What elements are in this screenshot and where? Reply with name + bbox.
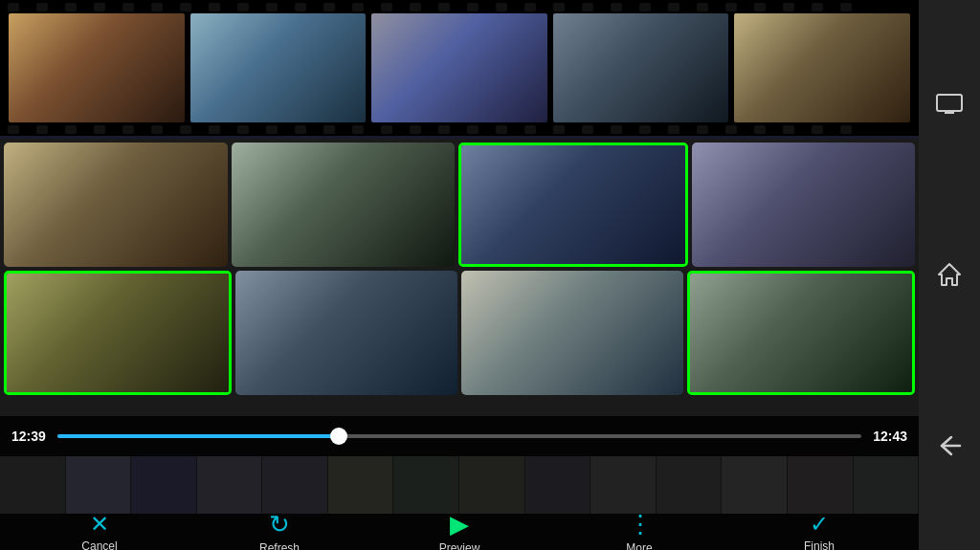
home-icon[interactable] <box>930 255 969 294</box>
scrubber-area: 12:39 12:43 <box>0 416 919 456</box>
preview-cell <box>131 456 197 514</box>
scrubber-fill <box>57 434 339 438</box>
film-hole <box>65 125 77 134</box>
film-hole <box>639 125 651 134</box>
film-hole <box>812 3 823 11</box>
film-hole <box>8 125 19 134</box>
film-hole <box>151 125 163 134</box>
preview-cell <box>328 456 394 514</box>
film-hole <box>209 125 220 134</box>
cancel-icon: ✕ <box>90 511 109 538</box>
film-hole <box>209 3 220 11</box>
film-hole <box>496 3 507 11</box>
film-hole <box>697 3 708 11</box>
film-hole <box>697 125 708 134</box>
cancel-button[interactable]: ✕ Cancel <box>66 511 133 550</box>
film-hole <box>812 125 823 134</box>
thumbnail-grid-row2 <box>0 269 919 397</box>
thumbnail-item-selected[interactable] <box>687 271 915 395</box>
more-button[interactable]: ⋮ More <box>606 510 673 551</box>
preview-cell <box>66 456 132 514</box>
main-content: 12:39 12:43 <box>0 0 919 550</box>
film-hole <box>668 125 679 134</box>
film-holes-top <box>0 0 919 13</box>
film-hole <box>611 125 622 134</box>
film-hole <box>553 3 565 11</box>
preview-cell <box>197 456 263 514</box>
film-hole <box>754 3 766 11</box>
time-end: 12:43 <box>871 429 907 444</box>
film-hole <box>352 3 364 11</box>
refresh-label: Refresh <box>259 541 300 551</box>
film-hole <box>122 125 134 134</box>
film-hole <box>295 125 306 134</box>
film-hole <box>582 3 593 11</box>
filmstrip-cells <box>0 0 919 136</box>
film-hole <box>410 3 421 11</box>
preview-cell <box>393 456 459 514</box>
film-hole <box>237 125 249 134</box>
film-hole <box>323 3 335 11</box>
film-hole <box>151 3 163 11</box>
finish-label: Finish <box>804 539 835 550</box>
finish-icon: ✓ <box>810 511 829 538</box>
time-start: 12:39 <box>11 429 48 444</box>
thumbnail-grid-row1 <box>0 139 919 269</box>
cancel-label: Cancel <box>81 539 117 550</box>
thumbnail-item[interactable] <box>232 143 456 267</box>
preview-cell <box>657 456 723 514</box>
film-hole <box>438 125 450 134</box>
film-hole <box>94 125 105 134</box>
film-cell[interactable] <box>371 13 547 122</box>
film-hole <box>611 3 622 11</box>
film-hole <box>668 3 679 11</box>
svg-marker-3 <box>939 264 960 285</box>
preview-button[interactable]: ▶ Preview <box>426 510 493 551</box>
preview-cell <box>722 456 788 514</box>
film-holes-bottom <box>0 122 919 136</box>
film-hole <box>410 125 421 134</box>
film-hole <box>524 3 536 11</box>
finish-button[interactable]: ✓ Finish <box>786 511 853 550</box>
film-hole <box>754 125 766 134</box>
film-hole <box>237 3 249 11</box>
scrubber-track[interactable] <box>57 434 861 438</box>
film-cell[interactable] <box>734 13 910 122</box>
thumbnail-item[interactable] <box>4 143 228 267</box>
film-hole <box>381 3 392 11</box>
preview-strip-inner <box>0 456 919 514</box>
film-hole <box>467 125 479 134</box>
refresh-icon: ↻ <box>269 510 290 539</box>
film-hole <box>582 125 593 134</box>
preview-cell <box>854 456 919 514</box>
svg-rect-0 <box>937 95 962 111</box>
film-hole <box>639 3 651 11</box>
film-hole <box>94 3 105 11</box>
film-cell[interactable] <box>553 13 729 122</box>
refresh-button[interactable]: ↻ Refresh <box>246 510 313 551</box>
film-hole <box>783 3 794 11</box>
film-hole <box>783 125 794 134</box>
film-cell[interactable] <box>190 13 367 122</box>
thumbnail-item-selected[interactable] <box>458 143 688 267</box>
preview-cell <box>525 456 591 514</box>
preview-cell <box>0 456 66 514</box>
film-hole <box>36 3 48 11</box>
thumbnail-item[interactable] <box>692 143 916 267</box>
film-hole <box>438 3 450 11</box>
more-label: More <box>626 541 652 551</box>
thumbnail-item[interactable] <box>461 271 683 395</box>
film-hole <box>323 125 335 134</box>
film-hole <box>725 3 737 11</box>
thumbnail-item[interactable] <box>235 271 457 395</box>
thumbnail-item-selected[interactable] <box>4 271 232 395</box>
screen-icon[interactable] <box>930 85 969 123</box>
film-hole <box>122 3 134 11</box>
film-hole <box>381 125 392 134</box>
back-icon[interactable] <box>930 427 969 465</box>
film-cell[interactable] <box>9 13 185 122</box>
film-hole <box>266 3 278 11</box>
film-hole <box>725 125 737 134</box>
scrubber-thumb[interactable] <box>330 428 347 445</box>
control-bar: 12:39 12:43 <box>0 416 919 550</box>
